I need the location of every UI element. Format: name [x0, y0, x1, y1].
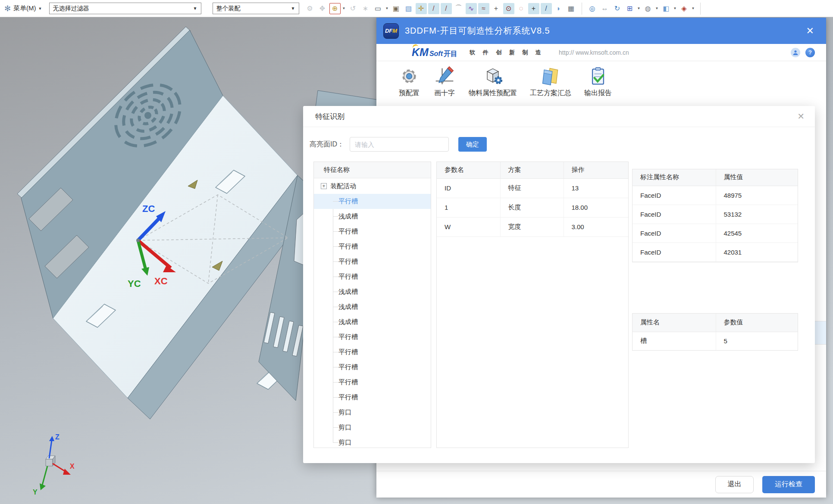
- table-row[interactable]: ID特征13: [437, 178, 628, 198]
- tree-item[interactable]: 平行槽: [314, 345, 431, 360]
- tree-item[interactable]: 剪口: [314, 420, 431, 435]
- snap-slope-icon[interactable]: /: [541, 3, 552, 14]
- chevron-down-icon[interactable]: ▼: [691, 6, 695, 10]
- table-row[interactable]: W宽度3.00: [437, 217, 628, 236]
- chevron-down-icon[interactable]: ▼: [655, 6, 659, 10]
- table-row[interactable]: FaceID48975: [633, 186, 798, 205]
- column-header: 属性名: [633, 314, 716, 332]
- table-row[interactable]: 槽5: [633, 332, 798, 350]
- table-row[interactable]: 1长度18.00: [437, 198, 628, 217]
- table-row[interactable]: FaceID42545: [633, 224, 798, 243]
- tree-item[interactable]: 平行槽: [314, 360, 431, 375]
- snap-point-icon[interactable]: +: [528, 3, 539, 14]
- snap-spline-icon[interactable]: ∿: [466, 3, 477, 14]
- move-component-icon[interactable]: ✥: [317, 3, 328, 14]
- table-row[interactable]: FaceID42031: [633, 243, 798, 261]
- snap-curve-icon[interactable]: ≈: [478, 3, 489, 14]
- section-view-icon[interactable]: ◈: [679, 3, 690, 14]
- snap-endpoint-icon[interactable]: /: [428, 3, 439, 14]
- tree-root-item[interactable]: + 装配活动: [314, 178, 431, 194]
- chevron-down-icon[interactable]: ▼: [385, 6, 389, 10]
- table-cell: 长度: [500, 198, 564, 217]
- table-row[interactable]: FaceID53132: [633, 205, 798, 224]
- gear-icon: [398, 65, 420, 87]
- table-cell: 18.00: [564, 198, 628, 217]
- dfm-logo-icon: DFM: [383, 23, 399, 39]
- tree-item[interactable]: 平行槽: [314, 390, 431, 405]
- user-avatar-icon[interactable]: [791, 48, 800, 57]
- material-preconfig-button[interactable]: 物料属性预配置: [469, 65, 517, 98]
- selection-scope-dropdown[interactable]: 整个装配 ▼: [213, 3, 299, 14]
- highlight-face-input[interactable]: [350, 137, 449, 152]
- selection-filter-dropdown[interactable]: 无选择过滤器 ▼: [49, 3, 201, 14]
- parameter-table: 参数名 方案 操作 ID特征131长度18.00W宽度3.00: [436, 162, 629, 448]
- chevron-down-icon[interactable]: ▼: [342, 6, 346, 10]
- dynamic-wcs-icon[interactable]: ✛: [416, 3, 427, 14]
- box-gear-icon: [482, 65, 504, 87]
- tree-item[interactable]: 浅成槽: [314, 299, 431, 314]
- tree-item[interactable]: 平行槽: [314, 330, 431, 345]
- table-header-row: 参数名 方案 操作: [437, 162, 628, 178]
- table-cell: 1: [437, 198, 500, 217]
- expand-icon[interactable]: +: [321, 183, 327, 189]
- attr-table-body: FaceID48975FaceID53132FaceID42545FaceID4…: [633, 186, 798, 261]
- help-icon[interactable]: ?: [805, 48, 815, 57]
- tree-item-label: 浅成槽: [338, 318, 358, 326]
- tree-item-label: 平行槽: [338, 227, 358, 236]
- grid-icon[interactable]: ▦: [566, 3, 577, 14]
- rotate-view-icon[interactable]: ↻: [612, 3, 623, 14]
- face-rule-icon[interactable]: ◗: [553, 3, 564, 14]
- tree-item[interactable]: 平行槽: [314, 224, 431, 239]
- process-summary-button[interactable]: 工艺方案汇总: [530, 65, 571, 98]
- tree-item[interactable]: 剪口: [314, 435, 431, 448]
- chevron-down-icon[interactable]: ▼: [673, 6, 677, 10]
- snap-intersection-icon[interactable]: +: [491, 3, 502, 14]
- action-label: 物料属性预配置: [469, 89, 517, 98]
- output-report-button[interactable]: 输出报告: [584, 65, 612, 98]
- render-style-icon[interactable]: ◍: [642, 3, 654, 14]
- undo-reposition-icon[interactable]: ↺: [348, 3, 359, 14]
- chevron-down-icon: ▼: [193, 6, 197, 11]
- tree-item[interactable]: 平行槽: [314, 194, 431, 209]
- tree-item[interactable]: 平行槽: [314, 269, 431, 284]
- menu-button[interactable]: 菜单(M) ▼: [13, 4, 42, 12]
- assembly-sequence-icon[interactable]: ∗: [360, 3, 371, 14]
- tree-item[interactable]: 平行槽: [314, 254, 431, 269]
- tree-item[interactable]: 浅成槽: [314, 284, 431, 299]
- column-header: 标注属性名称: [633, 169, 716, 186]
- chevron-down-icon[interactable]: ▼: [637, 6, 641, 10]
- toolbar-separator: [582, 3, 582, 15]
- dfm-titlebar[interactable]: DFM 3DDFM-开目可制造性分析系统V8.5 ✕: [376, 18, 826, 44]
- tree-item[interactable]: 剪口: [314, 405, 431, 420]
- tree-item[interactable]: 平行槽: [314, 239, 431, 254]
- tree-item[interactable]: 浅成槽: [314, 209, 431, 224]
- app-logo-icon: ✻: [4, 4, 11, 13]
- preconfig-button[interactable]: 预配置: [398, 65, 420, 98]
- zoom-window-icon[interactable]: ◎: [587, 3, 598, 14]
- snap-midpoint-icon[interactable]: /: [441, 3, 452, 14]
- window-layout-icon[interactable]: ⊞: [624, 3, 636, 14]
- tree-item[interactable]: 平行槽: [314, 375, 431, 390]
- measure-icon[interactable]: ▣: [391, 3, 402, 14]
- highlight-face-row: 高亮面ID： 确定: [303, 127, 815, 162]
- rect-selection-icon[interactable]: ▭: [373, 3, 384, 14]
- snap-quadrant-icon[interactable]: ◌: [516, 3, 527, 14]
- dfm-action-bar: 预配置 画十字: [376, 61, 826, 101]
- close-icon[interactable]: ✕: [797, 111, 805, 121]
- pan-icon[interactable]: ⇔: [599, 3, 611, 14]
- assembly-constraints-icon[interactable]: ⚙: [304, 3, 316, 14]
- selection-filter-icon[interactable]: ⊕: [329, 3, 341, 14]
- dialog-header: 特征识别 ✕: [303, 106, 815, 127]
- confirm-button[interactable]: 确定: [458, 137, 487, 152]
- close-icon[interactable]: ✕: [801, 25, 819, 37]
- run-check-button[interactable]: 运行检查: [762, 476, 815, 493]
- feature-tree-children: 平行槽浅成槽平行槽平行槽平行槽平行槽浅成槽浅成槽浅成槽平行槽平行槽平行槽平行槽平…: [314, 194, 431, 448]
- solid-view-icon[interactable]: ▧: [403, 3, 414, 14]
- exit-button[interactable]: 退出: [715, 476, 754, 493]
- view-cube-icon[interactable]: ◧: [661, 3, 672, 14]
- snap-arc-icon[interactable]: ⌒: [453, 3, 464, 14]
- draw-cross-button[interactable]: 画十字: [433, 65, 456, 98]
- xc-axis-label: XC: [154, 276, 168, 286]
- tree-item[interactable]: 浅成槽: [314, 314, 431, 330]
- snap-center-icon[interactable]: ⊙: [503, 3, 514, 14]
